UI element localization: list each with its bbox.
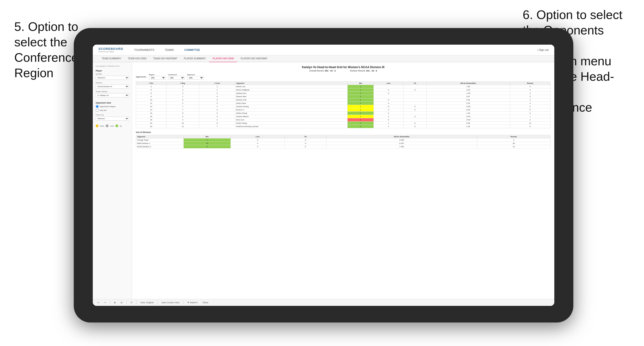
- undo-button[interactable]: ↩: [96, 301, 100, 304]
- nav-committee[interactable]: COMMITTEE: [183, 47, 202, 52]
- ood-cell-tie: 0: [285, 142, 326, 145]
- cell-tie: 0: [404, 125, 426, 128]
- opponent-filter-select[interactable]: (All): [187, 76, 204, 80]
- redo-button[interactable]: ↪: [103, 301, 107, 304]
- cell-diff: 4.00: [426, 88, 510, 92]
- subnav-player-h2h-heatmap[interactable]: PLAYER H2H HEATMAP: [237, 55, 270, 62]
- colour-by-label: Colour by: [96, 114, 129, 116]
- content-area: Katelyn Vo Head-to-Head Grid for Women's…: [132, 62, 554, 299]
- cell-rounds: 7: [510, 115, 550, 118]
- player-rank-select[interactable]: 8. Katelyn Vo: [96, 93, 129, 97]
- colour-by-select[interactable]: Win/loss: [96, 117, 129, 121]
- nav-tournaments[interactable]: TOURNAMENTS: [133, 47, 156, 52]
- table-row: 18 2 2 Euna Lee 0 0 -5.00 2: [136, 118, 550, 122]
- region-filter: Region (All): [149, 74, 166, 80]
- cell-diff: 3.33: [426, 102, 510, 105]
- cell-conf: 1: [199, 105, 235, 108]
- toolbar-divider-1: [110, 301, 110, 305]
- cell-win: 1: [348, 102, 374, 105]
- annotation-left-text: 5. Option to: [14, 20, 78, 33]
- cell-tie: [404, 102, 426, 105]
- cell-tie: [404, 92, 426, 95]
- cell-opponent: Jessica Huang: [235, 105, 348, 108]
- cell-win: 2: [348, 125, 374, 128]
- ood-cell-loss: 0: [230, 139, 284, 142]
- cell-conf: 5: [199, 102, 235, 105]
- ood-cell-rounds: 30: [477, 142, 550, 145]
- ood-cell-tie: 0: [285, 145, 326, 149]
- cell-conf: 2: [199, 88, 235, 92]
- cell-tie: [404, 112, 426, 115]
- region-filter-select[interactable]: (All): [149, 76, 166, 80]
- cell-conf: 1: [199, 85, 235, 88]
- cell-diff: 0.30: [426, 122, 510, 125]
- cell-rounds: 4: [510, 112, 550, 115]
- cell-win: 0: [348, 118, 374, 122]
- nav-teams[interactable]: TEAMS: [164, 47, 175, 52]
- opponents-played-option[interactable]: Opponents Played: [96, 105, 129, 108]
- toolbar-divider-2: [126, 301, 126, 305]
- cell-rounds: 2: [510, 118, 550, 122]
- player-rank-label: Player (Rank): [96, 90, 129, 93]
- table-row: 20 11 7 Federica Domecq Lacroze 2 1 0 1.…: [136, 125, 550, 128]
- toolbar-divider-4: [157, 301, 158, 305]
- cell-diff: -1.00: [426, 92, 510, 95]
- opponents-filter-label: Opponents:: [136, 76, 146, 78]
- out-of-division-table: Opponent Win Loss Tie Diff Av Strokes/Rn…: [136, 135, 550, 149]
- cell-loss: 0: [374, 112, 404, 115]
- cell-reg: 2: [166, 102, 199, 105]
- sign-out-link[interactable]: | Sign out: [538, 48, 548, 51]
- cell-win: 1: [348, 112, 374, 115]
- clock-button[interactable]: ⏱: [130, 301, 134, 304]
- cell-diff: 1.50: [426, 85, 510, 88]
- cell-opponent: Eunice Yi: [235, 108, 348, 112]
- region-filter-label: Region: [149, 74, 166, 76]
- cell-win: 1: [348, 88, 374, 92]
- cell-div: 14: [136, 108, 166, 112]
- cell-tie: 0: [404, 122, 426, 125]
- cell-loss: 0: [374, 92, 404, 95]
- cell-reg: 11: [166, 125, 199, 128]
- share-button[interactable]: Share: [202, 301, 209, 304]
- view-original-button[interactable]: View: Original: [140, 301, 154, 304]
- subnav-team-summary[interactable]: TEAM SUMMARY: [98, 55, 125, 62]
- cell-div: 5: [136, 88, 166, 92]
- toolbar-divider-5: [183, 301, 184, 305]
- opponent-view-options: Opponents Played Top 100: [96, 105, 129, 112]
- cell-rounds: 11: [510, 122, 550, 125]
- content-records: Overall Record: 353 - 34 - 6 Division Re…: [136, 70, 550, 72]
- ood-cell-tie: 0: [285, 139, 326, 142]
- save-custom-view-button[interactable]: Save Custom View: [160, 301, 180, 304]
- subnav-player-h2h-grid[interactable]: PLAYER H2H GRID: [209, 55, 237, 62]
- division-select[interactable]: NCAA Division III: [96, 85, 129, 89]
- cell-reg: 6: [166, 98, 199, 102]
- cell-conf: 5: [199, 112, 235, 115]
- cell-div: 10: [136, 98, 166, 102]
- cell-diff: 4.00: [426, 98, 510, 102]
- cell-win: 4: [348, 122, 374, 125]
- ood-cell-opponent: Foreign Team: [136, 139, 184, 142]
- ood-col-loss: Loss: [230, 135, 284, 139]
- cell-rounds: 3: [510, 102, 550, 105]
- cell-opponent: Alexis Sudjianto: [235, 88, 348, 92]
- cell-loss: 1: [374, 122, 404, 125]
- subnav-team-h2h-grid[interactable]: TEAM H2H GRID: [125, 55, 150, 62]
- copy-button[interactable]: ⊞: [113, 301, 117, 304]
- paste-button[interactable]: ⊟: [120, 301, 124, 304]
- cell-tie: [404, 95, 426, 98]
- top-100-option[interactable]: Top 100: [96, 109, 129, 112]
- cell-loss: 0: [374, 88, 404, 92]
- watch-button[interactable]: 👁 Watch ▾: [186, 301, 199, 304]
- cell-tie: 0: [404, 108, 426, 112]
- subnav-team-h2h-heatmap[interactable]: TEAM H2H HEATMAP: [150, 55, 180, 62]
- cell-win: 1: [348, 115, 374, 118]
- logo-sub: Powered by clippd: [98, 51, 123, 53]
- cell-reg: 1: [166, 105, 199, 108]
- cell-rounds: 3: [510, 95, 550, 98]
- opponent-view-label: Opponent view: [96, 102, 129, 104]
- cell-win: 1: [348, 92, 374, 95]
- subnav-player-summary[interactable]: PLAYER SUMMARY: [180, 55, 209, 62]
- gender-select[interactable]: Women's: [96, 76, 129, 80]
- conference-filter-select[interactable]: (All): [168, 76, 184, 80]
- cell-opponent: Stella Cheng: [235, 112, 348, 115]
